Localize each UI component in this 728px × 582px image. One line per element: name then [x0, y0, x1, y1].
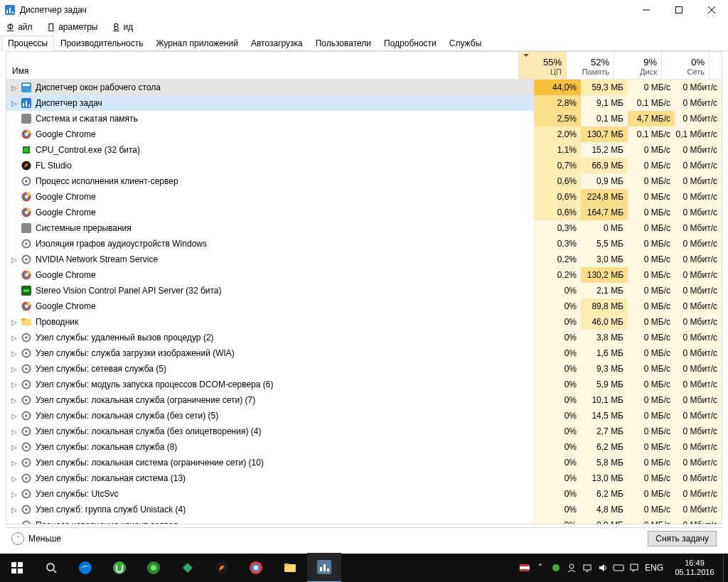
process-row[interactable]: Stereo Vision Control Panel API Server (…: [6, 283, 722, 298]
expander-icon[interactable]: ▷: [9, 489, 19, 499]
process-row[interactable]: CPU_Control.exe (32 бита)1,1%15,2 МБ0 МБ…: [6, 142, 722, 158]
cell-net: 0 Мбит/с: [675, 439, 722, 455]
expander-icon[interactable]: ▷: [9, 317, 19, 327]
expander-icon[interactable]: ▷: [9, 82, 19, 92]
maximize-button[interactable]: [663, 0, 695, 20]
minimize-button[interactable]: [630, 0, 663, 20]
expander-icon[interactable]: ▷: [9, 379, 19, 389]
tab-3[interactable]: Автозагрузка: [245, 36, 309, 50]
taskbar[interactable]: ˄ ENG 16:4905.11.2016: [0, 554, 728, 582]
process-row[interactable]: Google Chrome0,6%224,8 МБ0 МБ/с0 Мбит/с: [6, 189, 722, 205]
expander-icon[interactable]: ▷: [9, 426, 19, 436]
tray-clock[interactable]: 16:4905.11.2016: [666, 559, 723, 577]
taskbar-app-diamond[interactable]: [171, 554, 205, 582]
menu-file[interactable]: Файл: [3, 21, 41, 33]
process-name: Узел службы: UtcSvc: [36, 489, 118, 499]
process-row[interactable]: ▷Узел службы: локальная система (огранич…: [6, 455, 722, 470]
taskbar-flstudio[interactable]: [205, 554, 239, 582]
process-row[interactable]: ▷Узел службы: локальная система (13)0%13…: [6, 470, 722, 486]
start-button[interactable]: [0, 554, 34, 582]
process-row[interactable]: FL Studio0,7%66,9 МБ0 МБ/с0 Мбит/с: [6, 158, 722, 173]
expander-icon[interactable]: ▷: [9, 254, 19, 264]
tab-0[interactable]: Процессы: [1, 36, 54, 51]
svg-point-60: [25, 446, 28, 448]
process-row[interactable]: ▷Узел службы: модуль запуска процессов D…: [6, 377, 722, 392]
tab-1[interactable]: Производительность: [54, 36, 149, 50]
process-row[interactable]: ▷Проводник0%46,0 МБ0 МБ/с0 Мбит/с: [6, 314, 722, 330]
system-tray: ˄ ENG 16:4905.11.2016: [517, 554, 728, 582]
process-row[interactable]: Система и сжатая память2,5%0,1 МБ4,7 МБ/…: [6, 111, 722, 126]
col-disk[interactable]: 9%Диск: [614, 52, 662, 79]
expander-icon[interactable]: ▷: [9, 458, 19, 468]
menu-options[interactable]: Параметры: [44, 21, 107, 33]
col-network[interactable]: 0%Сеть: [662, 52, 709, 79]
process-row[interactable]: Google Chrome0%89,8 МБ0 МБ/с0 Мбит/с: [6, 298, 722, 314]
tray-action-center-icon[interactable]: [626, 554, 642, 582]
expander-icon[interactable]: ▷: [9, 411, 19, 421]
process-row[interactable]: Процесс исполнения клиент-сервер0,6%0,9 …: [6, 173, 722, 189]
tray-network-icon[interactable]: [579, 554, 595, 582]
tray-icon-green[interactable]: [548, 554, 564, 582]
expander-icon[interactable]: ▷: [9, 364, 19, 374]
process-row[interactable]: ▷Диспетчер окон рабочего стола44,0%59,3 …: [6, 80, 722, 95]
process-row[interactable]: ▷NVIDIA Network Stream Service0,2%3,0 МБ…: [6, 252, 722, 267]
tray-chevron-up-icon[interactable]: ˄: [532, 554, 548, 582]
menu-view[interactable]: Вид: [109, 21, 141, 33]
expander-icon[interactable]: ▷: [9, 348, 19, 358]
tray-volume-icon[interactable]: [595, 554, 611, 582]
expander-icon[interactable]: ▷: [9, 473, 19, 483]
tab-5[interactable]: Подробности: [378, 36, 443, 50]
process-row[interactable]: ▷Узел службы: локальная служба (8)0%6,2 …: [6, 439, 722, 455]
process-row[interactable]: ▷Узел служб: группа служб Unistack (4)0%…: [6, 502, 722, 517]
process-row[interactable]: ▷Узел службы: локальная служба (без сети…: [6, 408, 722, 424]
tab-2[interactable]: Журнал приложений: [150, 36, 245, 50]
process-row[interactable]: Изоляция графов аудиоустройств Windows0,…: [6, 236, 722, 252]
process-row[interactable]: ▷Узел службы: сетевая служба (5)0%9,3 МБ…: [6, 361, 722, 377]
expander-icon[interactable]: ▷: [9, 333, 19, 343]
process-row[interactable]: Google Chrome2,0%130,7 МБ0,1 МБ/с0,1 Мби…: [6, 126, 722, 142]
taskbar-taskmgr[interactable]: [307, 553, 341, 582]
process-row[interactable]: ▷Узел службы: локальная служба (без олиц…: [6, 424, 722, 439]
process-row[interactable]: ▷Узел службы: удаленный вызов процедур (…: [6, 330, 722, 345]
col-cpu[interactable]: 55%ЦП: [519, 52, 567, 79]
tray-language[interactable]: ENG: [642, 554, 666, 582]
titlebar[interactable]: Диспетчер задач: [0, 0, 728, 20]
svg-point-38: [23, 289, 26, 292]
taskbar-explorer[interactable]: [273, 554, 307, 582]
cell-net: 0 Мбит/с: [675, 361, 722, 377]
tab-4[interactable]: Пользователи: [309, 36, 378, 50]
tray-people-icon[interactable]: [564, 554, 579, 582]
close-button[interactable]: [695, 0, 728, 20]
process-row[interactable]: ▷Диспетчер задач2,8%9,1 МБ0,1 МБ/с0 Мбит…: [6, 95, 722, 111]
process-row[interactable]: ▷Узел службы: UtcSvc0%6,2 МБ0 МБ/с0 Мбит…: [6, 486, 722, 502]
process-row[interactable]: Google Chrome0,2%130,2 МБ0 МБ/с0 Мбит/с: [6, 267, 722, 283]
tray-icon[interactable]: [517, 554, 532, 582]
taskbar-chrome[interactable]: [239, 554, 273, 582]
expander-icon[interactable]: ▷: [9, 442, 19, 452]
end-task-button[interactable]: Снять задачу: [648, 531, 717, 546]
show-desktop-button[interactable]: [723, 554, 728, 582]
cell-disk: 0 МБ/с: [628, 470, 675, 486]
process-row[interactable]: Процесс исполнения клиент-сервер0%0,9 МБ…: [6, 517, 722, 524]
process-row[interactable]: ▷Узел службы: служба загрузки изображени…: [6, 345, 722, 361]
cell-disk: 0 МБ/с: [628, 345, 675, 361]
col-memory[interactable]: 52%Память: [567, 52, 614, 79]
search-button[interactable]: [34, 554, 68, 582]
taskbar-edge[interactable]: [68, 554, 102, 582]
svg-point-77: [79, 561, 92, 574]
taskbar-utorrent[interactable]: [102, 554, 136, 582]
col-name[interactable]: Имя: [6, 52, 519, 79]
process-row[interactable]: Google Chrome0,6%164,7 МБ0 МБ/с0 Мбит/с: [6, 205, 722, 220]
cell-cpu: 0%: [534, 298, 581, 314]
process-row[interactable]: Системные прерывания0,3%0 МБ0 МБ/с0 Мбит…: [6, 220, 722, 236]
expander-icon[interactable]: ▷: [9, 395, 19, 405]
expander-icon[interactable]: ▷: [9, 98, 19, 108]
tray-keyboard-icon[interactable]: [611, 554, 626, 582]
tab-6[interactable]: Службы: [443, 36, 488, 50]
process-list[interactable]: ▷Диспетчер окон рабочего стола44,0%59,3 …: [6, 80, 722, 524]
taskbar-app-green[interactable]: [136, 554, 171, 582]
cell-cpu: 2,8%: [534, 95, 581, 111]
fewer-details-button[interactable]: ˄ Меньше: [11, 532, 61, 545]
process-row[interactable]: ▷Узел службы: локальная служба (ограниче…: [6, 392, 722, 408]
expander-icon[interactable]: ▷: [9, 505, 19, 514]
